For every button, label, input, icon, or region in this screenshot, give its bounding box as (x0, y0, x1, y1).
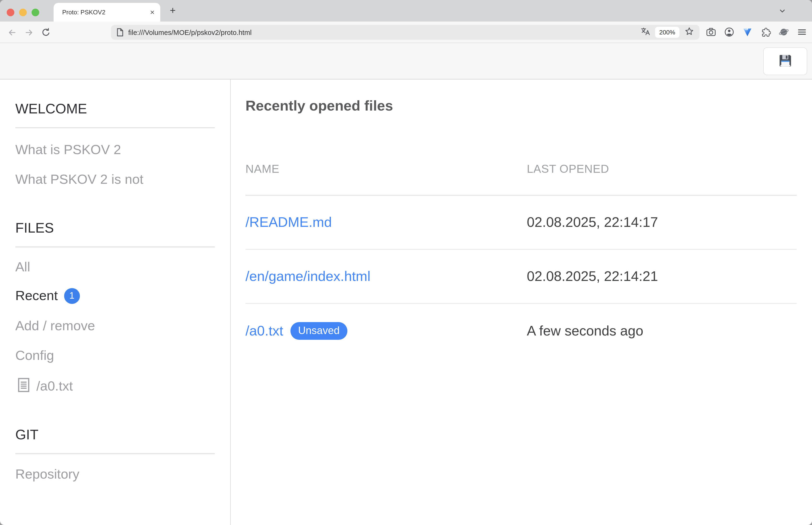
divider (15, 246, 215, 247)
column-header-name: NAME (245, 162, 527, 195)
table-row: /README.md 02.08.2025, 22:14:17 (245, 196, 797, 250)
puzzle-extensions-icon[interactable] (760, 26, 771, 38)
file-link-index-html[interactable]: /en/game/index.html (245, 269, 370, 284)
zoom-level-chip[interactable]: 200% (655, 27, 680, 38)
tab-search-chevron-icon[interactable] (776, 5, 788, 17)
close-window-button[interactable] (7, 9, 14, 16)
sidebar: WELCOME What is PSKOV 2 What PSKOV 2 is … (0, 79, 231, 525)
floppy-disk-icon (778, 53, 793, 70)
tab-close-icon[interactable]: × (150, 9, 155, 16)
sidebar-section-welcome: WELCOME (15, 101, 215, 117)
url-text[interactable]: file:///Volumes/MOE/p/pskov2/proto.html (128, 29, 640, 36)
recent-count-badge: 1 (64, 288, 80, 304)
page-header-bar (0, 43, 812, 79)
last-opened-value: A few seconds ago (527, 323, 797, 339)
translate-icon[interactable] (640, 26, 650, 38)
new-tab-button[interactable]: + (166, 3, 180, 18)
forward-icon[interactable] (23, 26, 35, 39)
minimize-window-button[interactable] (19, 9, 27, 16)
save-button[interactable] (763, 47, 807, 75)
sidebar-item-a0-file[interactable]: /a0.txt (18, 378, 215, 394)
address-bar[interactable]: file:///Volumes/MOE/p/pskov2/proto.html … (111, 25, 700, 40)
browser-toolbar: file:///Volumes/MOE/p/pskov2/proto.html … (0, 21, 812, 43)
sidebar-item-a0-label: /a0.txt (36, 378, 73, 394)
tab-title: Proto: PSKOV2 (62, 9, 150, 16)
sidebar-section-git: GIT (15, 426, 215, 443)
column-header-last-opened: LAST OPENED (527, 162, 797, 195)
table-row: /en/game/index.html 02.08.2025, 22:14:21 (245, 250, 797, 304)
profile-icon[interactable] (723, 26, 735, 38)
zoom-window-button[interactable] (32, 9, 39, 16)
menu-icon[interactable] (796, 26, 808, 38)
main-panel: Recently opened files NAME LAST OPENED /… (231, 79, 812, 525)
page-title: Recently opened files (245, 97, 797, 115)
sidebar-item-config[interactable]: Config (15, 347, 215, 364)
document-icon (18, 378, 30, 394)
browser-window: Proto: PSKOV2 × + file:///Volumes/MOE/p/… (0, 0, 812, 525)
browser-tab[interactable]: Proto: PSKOV2 × (53, 3, 160, 21)
sidebar-item-all[interactable]: All (15, 259, 215, 275)
sidebar-item-what-pskov2-is-not[interactable]: What PSKOV 2 is not (15, 171, 215, 188)
v-gem-extension-icon[interactable] (742, 26, 753, 38)
table-header: NAME LAST OPENED (245, 159, 797, 196)
back-icon[interactable] (6, 26, 18, 39)
planet-extension-icon[interactable] (778, 26, 790, 38)
divider (15, 127, 215, 128)
camera-icon[interactable] (705, 26, 717, 38)
file-document-icon (116, 28, 124, 37)
sidebar-item-repository[interactable]: Repository (15, 466, 215, 482)
tab-strip: Proto: PSKOV2 × + (0, 0, 812, 21)
sidebar-item-recent-label: Recent (15, 288, 58, 304)
window-controls (7, 9, 39, 16)
table-row: /a0.txt Unsaved A few seconds ago (245, 304, 797, 358)
divider (15, 453, 215, 454)
last-opened-value: 02.08.2025, 22:14:17 (527, 214, 797, 230)
last-opened-value: 02.08.2025, 22:14:21 (527, 269, 797, 284)
reload-icon[interactable] (40, 26, 52, 39)
page-content: WELCOME What is PSKOV 2 What PSKOV 2 is … (0, 43, 812, 525)
unsaved-badge: Unsaved (290, 322, 347, 340)
file-link-readme[interactable]: /README.md (245, 214, 332, 230)
sidebar-item-add-remove[interactable]: Add / remove (15, 318, 215, 334)
file-link-a0-txt[interactable]: /a0.txt (245, 323, 283, 339)
sidebar-item-what-is-pskov2[interactable]: What is PSKOV 2 (15, 142, 215, 158)
bookmark-star-icon[interactable] (684, 26, 694, 38)
sidebar-section-files: FILES (15, 220, 215, 236)
sidebar-item-recent[interactable]: Recent 1 (15, 288, 215, 304)
